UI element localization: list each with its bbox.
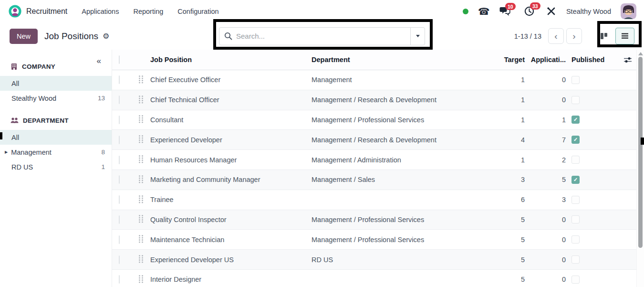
drag-handle-icon[interactable]	[139, 235, 140, 243]
column-header-job-position[interactable]: Job Position	[150, 56, 312, 64]
published-checkbox[interactable]	[571, 76, 580, 84]
company-filter-stealthy-wood[interactable]: Stealthy Wood 13	[0, 91, 112, 106]
department-cell[interactable]: Management / Research & Development	[312, 96, 482, 104]
row-checkbox[interactable]	[119, 255, 120, 264]
target-cell[interactable]: 5	[482, 236, 526, 244]
applications-cell[interactable]: 1	[526, 116, 567, 124]
target-cell[interactable]: 4	[482, 136, 526, 144]
row-checkbox[interactable]	[119, 235, 120, 244]
job-position-cell[interactable]: Quality Control Inspector	[150, 216, 312, 223]
messages-icon[interactable]: 10	[499, 7, 511, 16]
applications-cell[interactable]: 0	[526, 236, 567, 244]
column-header-applications[interactable]: Applicati...	[526, 56, 567, 64]
new-button[interactable]: New	[10, 29, 38, 44]
select-all-checkbox[interactable]	[119, 55, 120, 64]
menu-reporting[interactable]: Reporting	[133, 8, 163, 15]
published-checkbox[interactable]: ✓	[571, 136, 580, 144]
table-row[interactable]: Maintenance Technician Management / Prof…	[112, 230, 636, 250]
applications-cell[interactable]: 5	[526, 176, 567, 183]
job-position-cell[interactable]: Consultant	[150, 116, 312, 124]
job-position-cell[interactable]: Interior Designer	[150, 276, 312, 283]
department-cell[interactable]: Management / Administration	[312, 156, 482, 164]
department-cell[interactable]: Management / Professional Services	[312, 236, 482, 244]
row-checkbox[interactable]	[119, 175, 120, 184]
target-cell[interactable]: 1	[482, 76, 526, 84]
table-row[interactable]: Human Resources Manager Management / Adm…	[112, 150, 636, 170]
target-cell[interactable]: 5	[482, 256, 526, 264]
department-filter-all[interactable]: All	[0, 130, 112, 145]
voip-phone-icon[interactable]: ☎	[478, 7, 490, 16]
applications-cell[interactable]: 0	[526, 276, 567, 283]
target-cell[interactable]: 1	[482, 96, 526, 104]
optional-columns-icon[interactable]	[623, 56, 633, 64]
table-row[interactable]: Consultant Management / Professional Ser…	[112, 110, 636, 130]
job-position-cell[interactable]: Human Resources Manager	[150, 156, 312, 164]
published-checkbox[interactable]	[571, 255, 580, 264]
published-checkbox[interactable]	[571, 156, 580, 164]
department-cell[interactable]: Management / Professional Services	[312, 116, 482, 124]
recruitment-app-icon[interactable]	[9, 5, 21, 18]
applications-cell[interactable]: 0	[526, 96, 567, 104]
department-cell[interactable]: Management / Sales	[312, 176, 482, 183]
department-cell[interactable]: RD US	[312, 256, 482, 264]
target-cell[interactable]: 1	[482, 116, 526, 124]
menu-configuration[interactable]: Configuration	[177, 8, 218, 15]
drag-handle-icon[interactable]	[139, 275, 140, 283]
table-row[interactable]: Chief Technical Officer Management / Res…	[112, 90, 636, 110]
tools-icon[interactable]	[547, 7, 556, 16]
search-input[interactable]: Search...	[219, 32, 410, 40]
published-checkbox[interactable]	[571, 215, 580, 223]
department-cell[interactable]: Management / Research & Development	[312, 136, 482, 144]
table-row[interactable]: Chief Executive Officer Management 1 0	[112, 70, 636, 90]
department-filter-management[interactable]: ▶ Management 8	[0, 145, 112, 159]
scrollbar-thumb[interactable]	[638, 57, 643, 248]
drag-handle-icon[interactable]	[139, 75, 140, 83]
vertical-scrollbar[interactable]	[636, 50, 644, 287]
job-position-cell[interactable]: Chief Technical Officer	[150, 96, 312, 104]
pager-next-button[interactable]: ›	[566, 28, 582, 44]
row-checkbox[interactable]	[119, 75, 120, 84]
search-bar[interactable]: Search...	[219, 27, 425, 45]
row-checkbox[interactable]	[119, 195, 120, 204]
row-checkbox[interactable]	[119, 116, 120, 124]
drag-handle-icon[interactable]	[139, 96, 140, 103]
drag-handle-icon[interactable]	[139, 135, 140, 143]
column-header-department[interactable]: Department	[312, 56, 482, 64]
applications-cell[interactable]: 0	[526, 216, 567, 223]
company-filter-all[interactable]: All	[0, 76, 112, 91]
row-checkbox[interactable]	[119, 96, 120, 104]
gear-icon[interactable]: ⚙	[103, 32, 109, 41]
published-checkbox[interactable]	[571, 196, 580, 204]
applications-cell[interactable]: 0	[526, 256, 567, 264]
table-row[interactable]: Marketing and Community Manager Manageme…	[112, 170, 636, 190]
drag-handle-icon[interactable]	[139, 155, 140, 163]
department-cell[interactable]: Management	[312, 76, 482, 84]
applications-cell[interactable]: 3	[526, 196, 567, 203]
app-name[interactable]: Recruitment	[26, 7, 67, 16]
table-row[interactable]: Interior Designer 5 0	[112, 270, 636, 287]
table-row[interactable]: Quality Control Inspector Management / P…	[112, 210, 636, 230]
target-cell[interactable]: 1	[482, 156, 526, 164]
menu-applications[interactable]: Applications	[82, 8, 119, 15]
expand-icon[interactable]: ▶	[5, 150, 8, 154]
department-cell[interactable]: Management / Professional Services	[312, 216, 482, 223]
applications-cell[interactable]: 7	[526, 136, 567, 144]
kanban-view-button[interactable]	[594, 28, 613, 44]
row-checkbox[interactable]	[119, 136, 120, 144]
drag-handle-icon[interactable]	[139, 215, 140, 223]
target-cell[interactable]: 5	[482, 216, 526, 223]
collapse-sidebar-icon[interactable]: «	[97, 56, 101, 66]
drag-handle-icon[interactable]	[139, 255, 140, 263]
drag-handle-icon[interactable]	[139, 175, 140, 183]
department-filter-rd-us[interactable]: RD US 1	[0, 159, 112, 174]
target-cell[interactable]: 3	[482, 176, 526, 183]
job-position-cell[interactable]: Experienced Developer US	[150, 256, 312, 264]
job-position-cell[interactable]: Maintenance Technician	[150, 236, 312, 244]
row-checkbox[interactable]	[119, 156, 120, 164]
applications-cell[interactable]: 2	[526, 156, 567, 164]
column-header-target[interactable]: Target	[482, 56, 526, 64]
job-position-cell[interactable]: Chief Executive Officer	[150, 76, 312, 84]
row-checkbox[interactable]	[119, 215, 120, 224]
scroll-up-arrow-icon[interactable]	[638, 52, 643, 55]
drag-handle-icon[interactable]	[139, 195, 140, 203]
